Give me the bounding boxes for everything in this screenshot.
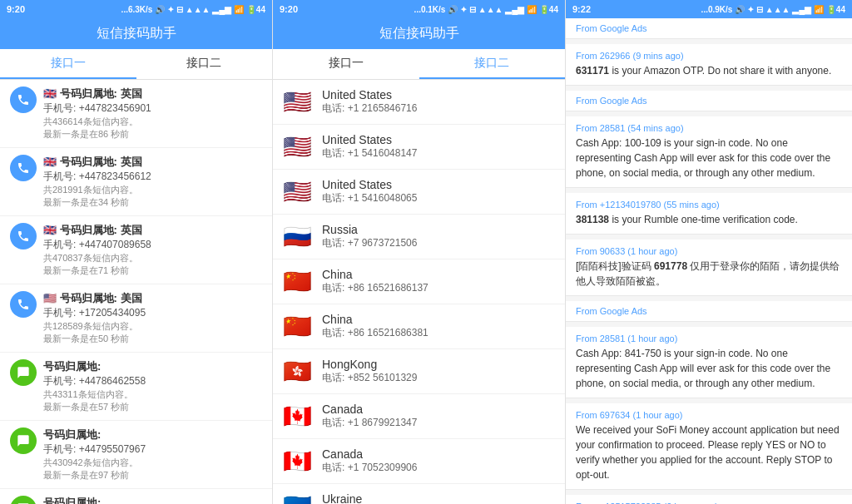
msg-block: From 28581 (1 hour ago) Cash App: 841-75… [566,327,852,398]
left-list-item[interactable]: 号码归属地: 手机号: +44795507967 共430942条短信内容。 最… [0,421,272,489]
msg-block: From 697634 (1 hour ago) We received you… [566,403,852,490]
signal-right: ...0.9K/s 🔊 ✦ ⊟ ▲▲▲ ▂▄▆ 📶 🔋44 [701,5,845,14]
header-mid: 短信接码助手 [273,18,565,49]
tab-mid-1[interactable]: 接口一 [273,49,419,79]
panel-left: 9:20 ...6.3K/s 🔊 ✦ ⊟ ▲▲▲ ▂▄▆ 📶 🔋44 短信接码助… [0,0,273,504]
right-messages: From Google Ads From 262966 (9 mins ago)… [566,18,852,504]
signal-mid: ...0.1K/s 🔊 ✦ ⊟ ▲▲▲ ▂▄▆ 📶 🔋44 [414,5,558,14]
time-left: 9:20 [7,4,25,14]
mid-list-item[interactable]: 🇺🇸 United States 电话: +1 5416048147 [273,125,565,170]
left-list: 🇬🇧 号码归属地: 英国 手机号: +447823456901 共436614条… [0,80,272,504]
left-list-item[interactable]: 号码归属地: 手机号: +44786462558 共43311条短信内容。 最新… [0,353,272,421]
left-list-item[interactable]: 🇬🇧 号码归属地: 英国 手机号: +447823456901 共436614条… [0,80,272,148]
mid-list-item[interactable]: 🇨🇳 China 电话: +86 16521686381 [273,304,565,349]
msg-ad: From Google Ads [566,18,852,39]
msg-block: From +12134019780 (55 mins ago) 381138 i… [566,193,852,235]
mid-list-item[interactable]: 🇨🇦 Canada 电话: +1 7052309906 [273,439,565,484]
left-list-item[interactable]: 🇺🇸 号码归属地: 美国 手机号: +17205434095 共128589条短… [0,284,272,353]
tab-left-2[interactable]: 接口二 [136,49,273,79]
msg-block: From 262966 (9 mins ago) 631171 is your … [566,44,852,86]
status-bar-left: 9:20 ...6.3K/s 🔊 ✦ ⊟ ▲▲▲ ▂▄▆ 📶 🔋44 [0,0,272,18]
mid-list-item[interactable]: 🇺🇦 Ukraine 电话: +380 961621161 [273,484,565,504]
mid-list-item[interactable]: 🇭🇰 HongKong 电话: +852 56101329 [273,349,565,394]
msg-ad: From Google Ads [566,301,852,322]
mid-list-item[interactable]: 🇺🇸 United States 电话: +1 2165846716 [273,80,565,125]
panel-right: 9:22 ...0.9K/s 🔊 ✦ ⊟ ▲▲▲ ▂▄▆ 📶 🔋44 From … [566,0,852,504]
left-list-item[interactable]: 🇬🇧 号码归属地: 英国 手机号: +447407089658 共470837条… [0,216,272,284]
header-left: 短信接码助手 [0,18,272,49]
status-bar-mid: 9:20 ...0.1K/s 🔊 ✦ ⊟ ▲▲▲ ▂▄▆ 📶 🔋44 [273,0,565,18]
left-list-item[interactable]: 🇬🇧 号码归属地: 英国 手机号: +447823456612 共281991条… [0,148,272,216]
tabs-mid: 接口一 接口二 [273,49,565,80]
msg-ad: From Google Ads [566,91,852,111]
msg-block: From 90633 (1 hour ago) [陌陌科技]验证码 691778… [566,240,852,296]
time-mid: 9:20 [280,4,298,14]
tab-mid-2[interactable]: 接口二 [419,49,566,79]
signal-left: ...6.3K/s 🔊 ✦ ⊟ ▲▲▲ ▂▄▆ 📶 🔋44 [121,5,265,14]
mid-list-item[interactable]: 🇷🇺 Russia 电话: +7 9673721506 [273,215,565,259]
tabs-left: 接口一 接口二 [0,49,272,80]
mid-list-item[interactable]: 🇨🇦 Canada 电话: +1 8679921347 [273,394,565,439]
msg-block: From 28581 (54 mins ago) Cash App: 100-1… [566,116,852,188]
tab-left-1[interactable]: 接口一 [0,49,136,79]
mid-list: 🇺🇸 United States 电话: +1 2165846716 🇺🇸 Un… [273,80,565,504]
left-list-item[interactable]: 号码归属地: 手机号: +44751624144 共226152条短信内容。 [0,489,272,504]
msg-block: From +12515722385 (2 hours ago) [566,495,852,504]
mid-list-item[interactable]: 🇨🇳 China 电话: +86 16521686137 [273,259,565,304]
time-right: 9:22 [572,4,591,14]
panel-middle: 9:20 ...0.1K/s 🔊 ✦ ⊟ ▲▲▲ ▂▄▆ 📶 🔋44 短信接码助… [273,0,566,504]
status-bar-right: 9:22 ...0.9K/s 🔊 ✦ ⊟ ▲▲▲ ▂▄▆ 📶 🔋44 [566,0,852,18]
mid-list-item[interactable]: 🇺🇸 United States 电话: +1 5416048065 [273,170,565,215]
